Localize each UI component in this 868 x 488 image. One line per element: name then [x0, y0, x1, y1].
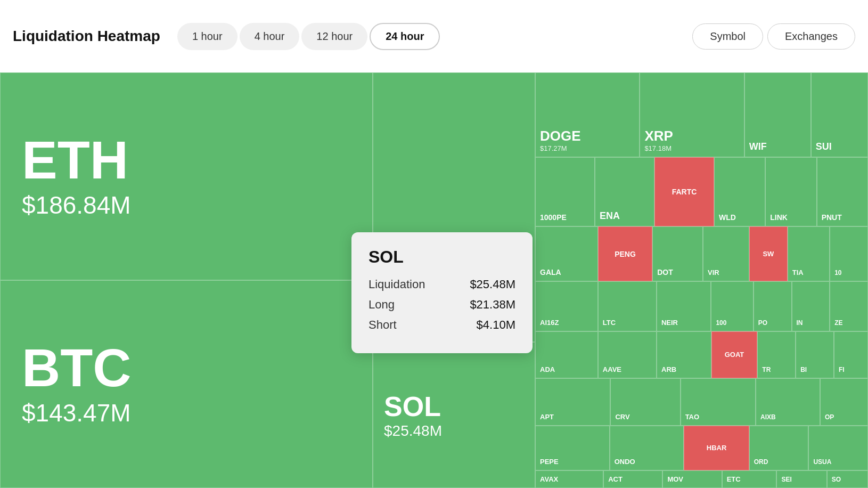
sui-symbol: SUI — [816, 141, 863, 152]
link-cell[interactable]: LINK — [765, 157, 816, 227]
filter-12h[interactable]: 12 hour — [301, 23, 367, 50]
aave-symbol: AAVE — [603, 365, 652, 373]
ltc-cell[interactable]: LTC — [598, 281, 657, 331]
symbol-button[interactable]: Symbol — [692, 23, 763, 50]
ord-cell[interactable]: ORD — [749, 426, 809, 470]
tao-cell[interactable]: TAO — [681, 378, 756, 426]
fi-symbol: FI — [839, 366, 863, 373]
apt-cell[interactable]: APT — [535, 378, 610, 426]
filter-4h[interactable]: 4 hour — [240, 23, 300, 50]
ord-symbol: ORD — [754, 458, 804, 466]
goat-cell[interactable]: GOAT — [711, 331, 758, 379]
fi-cell[interactable]: FI — [834, 331, 868, 379]
1000pe-cell[interactable]: 1000PE — [535, 157, 595, 227]
avax-cell[interactable]: AVAX — [535, 470, 603, 488]
aixb-cell[interactable]: AIXB — [756, 378, 820, 426]
pnut-cell[interactable]: PNUT — [817, 157, 868, 227]
filter-1h[interactable]: 1 hour — [177, 23, 238, 50]
ai16z-cell[interactable]: AI16Z — [535, 281, 598, 331]
xrp-cell[interactable]: XRP $17.18M — [640, 72, 744, 157]
crv-symbol: CRV — [615, 413, 675, 421]
wld-cell[interactable]: WLD — [714, 157, 765, 227]
ondo-symbol: ONDO — [615, 458, 679, 466]
gala-symbol: GALA — [540, 268, 593, 276]
ada-cell[interactable]: ADA — [535, 331, 598, 379]
tr-cell[interactable]: TR — [757, 331, 796, 379]
doge-symbol: DOGE — [540, 128, 635, 144]
sui-cell[interactable]: SUI — [811, 72, 868, 157]
arb-cell[interactable]: ARB — [657, 331, 711, 379]
col-left: ETH $186.84M BTC $143.47M — [0, 72, 373, 488]
hun-symbol: 100 — [716, 319, 748, 327]
op-cell[interactable]: OP — [820, 378, 868, 426]
heatmap-container: ETH $186.84M BTC $143.47M Others SOL $25… — [0, 72, 868, 488]
ten-cell[interactable]: 10 — [830, 226, 868, 281]
liquidation-label: Liquidation — [369, 278, 425, 291]
ada-symbol: ADA — [540, 365, 593, 373]
ondo-cell[interactable]: ONDO — [610, 426, 684, 470]
so-symbol: SO — [832, 476, 863, 483]
op-symbol: OP — [825, 413, 863, 421]
tooltip-title: SOL — [369, 247, 515, 267]
ze-symbol: ZE — [834, 319, 863, 327]
eth-cell[interactable]: ETH $186.84M — [0, 72, 373, 280]
fartc-symbol: FARTC — [672, 188, 697, 196]
doge-value: $17.27M — [540, 144, 635, 152]
sei-cell[interactable]: SEI — [776, 470, 826, 488]
sol-cell[interactable]: SOL $25.48M — [373, 342, 535, 488]
swt-cell[interactable]: SW — [749, 226, 788, 281]
eth-symbol: ETH — [22, 133, 351, 186]
pepe-cell[interactable]: PEPE — [535, 426, 610, 470]
ai16z-symbol: AI16Z — [540, 319, 593, 327]
liquidation-value: $25.48M — [470, 278, 515, 291]
avax-symbol: AVAX — [540, 475, 599, 483]
hun-cell[interactable]: 100 — [711, 281, 753, 331]
aave-cell[interactable]: AAVE — [598, 331, 657, 379]
eth-value: $186.84M — [22, 191, 351, 219]
pengu-cell[interactable]: PENG — [598, 226, 652, 281]
dot-symbol: DOT — [657, 268, 698, 276]
mov-symbol: MOV — [667, 475, 717, 483]
neir-cell[interactable]: NEIR — [657, 281, 711, 331]
tooltip-long-row: Long $21.38M — [369, 298, 515, 312]
sol-tooltip: SOL Liquidation $25.48M Long $21.38M Sho… — [351, 232, 533, 353]
tia-cell[interactable]: TIA — [788, 226, 830, 281]
xrp-symbol: XRP — [644, 128, 739, 144]
hbar-symbol: HBAR — [707, 444, 727, 452]
time-filter-group: 1 hour 4 hour 12 hour 24 hour — [177, 23, 440, 50]
gala-cell[interactable]: GALA — [535, 226, 598, 281]
1000pe-symbol: 1000PE — [540, 213, 590, 222]
bi-cell[interactable]: BI — [796, 331, 834, 379]
btc-value: $143.47M — [22, 398, 351, 427]
wld-symbol: WLD — [719, 213, 760, 222]
ena-cell[interactable]: ENA — [595, 157, 654, 227]
etc-cell[interactable]: ETC — [722, 470, 777, 488]
virtual-cell[interactable]: VIR — [703, 226, 749, 281]
po-symbol: PO — [758, 319, 787, 327]
usua-cell[interactable]: USUA — [808, 426, 868, 470]
app-title: Liquidation Heatmap — [13, 28, 160, 45]
act-cell[interactable]: ACT — [603, 470, 662, 488]
dot-cell[interactable]: DOT — [652, 226, 703, 281]
btc-cell[interactable]: BTC $143.47M — [0, 280, 373, 488]
crv-cell[interactable]: CRV — [610, 378, 680, 426]
short-value: $4.10M — [477, 318, 515, 332]
short-label: Short — [369, 318, 397, 332]
mov-cell[interactable]: MOV — [662, 470, 722, 488]
in-cell[interactable]: IN — [792, 281, 830, 331]
fartc-cell[interactable]: FARTC — [654, 157, 714, 227]
bi-symbol: BI — [800, 366, 829, 373]
hbar-cell[interactable]: HBAR — [684, 426, 749, 470]
wif-symbol: WIF — [749, 141, 806, 152]
so-cell[interactable]: SO — [827, 470, 868, 488]
wif-cell[interactable]: WIF — [744, 72, 811, 157]
ltc-symbol: LTC — [603, 319, 652, 327]
usua-symbol: USUA — [813, 458, 863, 466]
ze-cell[interactable]: ZE — [830, 281, 868, 331]
po-cell[interactable]: PO — [754, 281, 792, 331]
exchanges-button[interactable]: Exchanges — [767, 23, 855, 50]
tr-symbol: TR — [762, 366, 791, 373]
doge-cell[interactable]: DOGE $17.27M — [535, 72, 640, 157]
filter-24h[interactable]: 24 hour — [370, 23, 440, 50]
sei-symbol: SEI — [781, 476, 822, 483]
